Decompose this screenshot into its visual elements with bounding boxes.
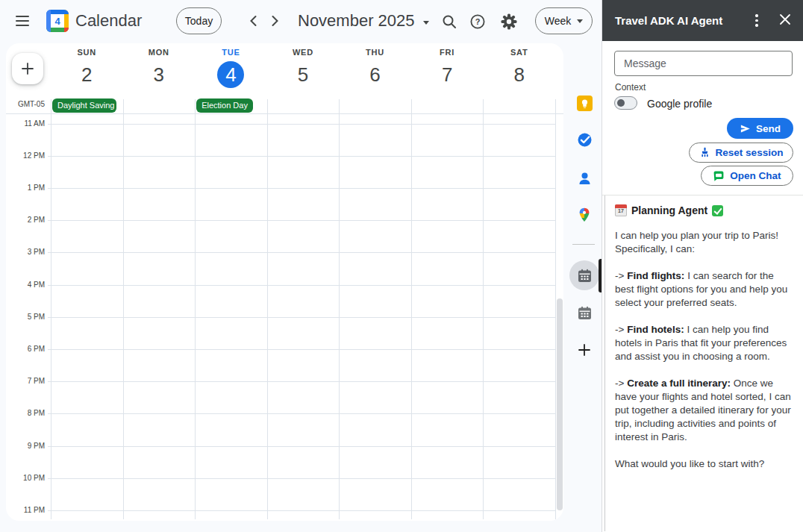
day-number[interactable]: 4 [217, 61, 244, 88]
day-header: MON3 [123, 48, 196, 96]
view-selector[interactable]: Week [535, 7, 593, 34]
grid-line [48, 124, 556, 125]
day-number[interactable]: 8 [483, 61, 555, 88]
grid-line [483, 99, 484, 519]
keep-icon[interactable] [572, 91, 596, 115]
day-name: SAT [483, 48, 555, 57]
travel-agent-panel: Travel ADK AI Agent Context Google profi… [602, 0, 803, 532]
grid-line [48, 510, 556, 511]
send-label: Send [756, 123, 781, 134]
search-icon[interactable] [440, 12, 459, 31]
calendar-icon[interactable] [572, 301, 596, 325]
day-header: TUE4 [195, 48, 267, 96]
svg-text:?: ? [475, 17, 481, 26]
day-name: WED [267, 48, 340, 57]
hour-label: 3 PM [6, 248, 45, 256]
maps-icon[interactable] [572, 203, 596, 227]
hour-label: 2 PM [6, 216, 45, 224]
help-icon[interactable]: ? [468, 12, 487, 31]
open-chat-button[interactable]: Open Chat [701, 166, 793, 186]
broom-icon [699, 147, 710, 158]
calendar-week-view: GMT-05 SUN2MON3TUE4WED5THU6FRI7SAT811 AM… [6, 43, 563, 521]
grid-line [267, 99, 268, 519]
day-header: SAT8 [483, 48, 555, 96]
grid-line [195, 99, 196, 519]
calendar-emoji-icon: 17 [615, 204, 627, 216]
hour-label: 5 PM [6, 313, 45, 321]
next-week-icon[interactable] [266, 12, 284, 30]
grid-line [48, 220, 556, 221]
agent-title-label: Planning Agent [631, 204, 707, 216]
day-name: SUN [51, 48, 123, 57]
google-profile-toggle[interactable] [614, 96, 637, 110]
day-number[interactable]: 6 [339, 61, 411, 88]
agent-response-title: 17 Planning Agent [615, 204, 793, 216]
google-chat-icon [713, 170, 725, 182]
grid-line [51, 99, 51, 519]
day-name: MON [123, 48, 196, 57]
chat-response-area: 17 Planning Agent I can help you plan yo… [604, 195, 803, 531]
hour-label: 9 PM [6, 442, 45, 450]
google-profile-label: Google profile [647, 98, 712, 110]
contacts-icon[interactable] [572, 166, 596, 190]
all-day-event-chip[interactable]: Election Day [196, 98, 253, 113]
message-input[interactable] [614, 51, 793, 76]
hour-label: 12 PM [6, 151, 45, 160]
hour-label: 8 PM [6, 409, 45, 417]
grid-line [555, 99, 556, 519]
rail-divider [572, 244, 595, 245]
chevron-down-icon [577, 19, 583, 23]
create-event-button[interactable] [12, 53, 43, 84]
hour-label: 4 PM [6, 281, 45, 289]
chat-message: What would you like to start with? [615, 457, 793, 471]
all-day-event-chip[interactable]: Daylight Saving Time [52, 98, 116, 113]
close-icon[interactable] [775, 10, 796, 31]
calendar-logo-icon: 4 [46, 10, 69, 32]
day-name: THU [339, 48, 411, 57]
grid-line [48, 285, 556, 286]
tasks-icon[interactable] [572, 128, 596, 151]
settings-gear-icon[interactable] [499, 12, 519, 31]
hour-label: 11 PM [6, 506, 45, 514]
panel-header: Travel ADK AI Agent [602, 0, 803, 41]
grid-line [48, 156, 556, 157]
context-label: Context [615, 82, 646, 93]
reset-session-label: Reset session [716, 147, 784, 158]
calendar-scrollbar[interactable] [557, 298, 563, 510]
main-menu-icon[interactable] [13, 13, 31, 29]
more-options-icon[interactable] [748, 12, 766, 30]
day-header: FRI7 [411, 48, 484, 96]
chevron-down-icon [423, 21, 429, 25]
open-chat-label: Open Chat [730, 170, 781, 181]
send-button[interactable]: Send [727, 118, 793, 139]
side-apps-rail [564, 42, 602, 532]
grid-line [48, 413, 556, 414]
day-number[interactable]: 3 [123, 61, 196, 88]
day-number[interactable]: 2 [51, 61, 123, 88]
view-selector-label: Week [545, 15, 572, 27]
day-name: TUE [195, 48, 267, 57]
day-number[interactable]: 5 [267, 61, 340, 88]
previous-week-icon[interactable] [245, 12, 263, 30]
plus-icon[interactable] [572, 338, 596, 362]
day-name: FRI [411, 48, 484, 57]
header-divider [6, 113, 563, 114]
grid-line [48, 349, 556, 350]
calendar-active-icon[interactable] [572, 263, 596, 287]
chat-message: -> Find hotels: I can help you find hote… [615, 323, 793, 363]
grid-line [48, 252, 556, 253]
hour-label: 11 AM [6, 119, 45, 128]
date-range-selector[interactable]: November 2025 [298, 11, 429, 31]
app-title: Calendar [75, 11, 142, 31]
day-header: WED5 [267, 48, 340, 96]
chat-message: -> Find flights: I can search for the be… [615, 269, 793, 310]
day-header: THU6 [339, 48, 411, 96]
grid-line [48, 188, 556, 189]
reset-session-button[interactable]: Reset session [689, 143, 793, 163]
hour-label: 6 PM [6, 345, 45, 353]
day-number[interactable]: 7 [411, 61, 484, 88]
top-app-bar: 4 Calendar Today November 2025 ? Week [0, 0, 602, 42]
today-button[interactable]: Today [176, 7, 222, 34]
day-header: SUN2 [51, 48, 123, 96]
grid-line [48, 478, 556, 479]
